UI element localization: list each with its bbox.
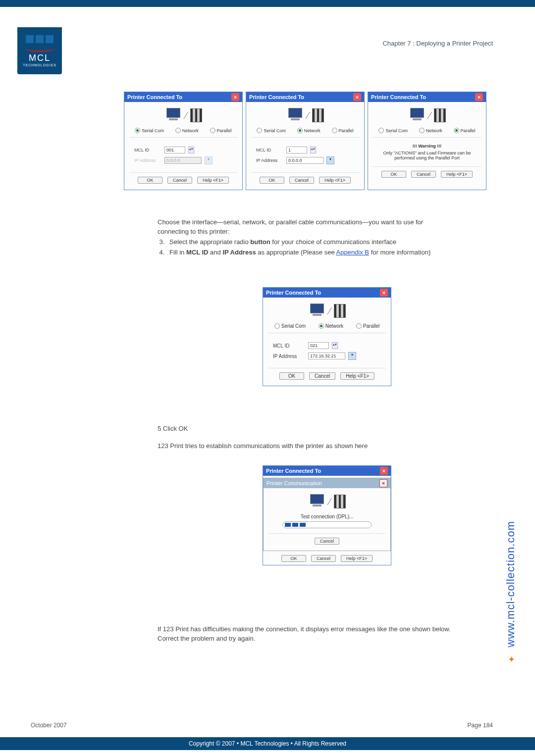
slash-icon: ⁄ <box>329 305 330 317</box>
help-button[interactable]: Help <F1> <box>441 171 473 178</box>
ip-input[interactable]: 172.16.32.21 <box>308 353 345 359</box>
mcl-id-input[interactable]: 001 <box>164 147 185 153</box>
radio-network[interactable] <box>419 128 425 133</box>
printer-icon <box>190 108 202 122</box>
mcl-id-input[interactable]: 1 <box>286 147 307 153</box>
radio-serial[interactable] <box>378 128 384 133</box>
close-icon[interactable]: × <box>380 467 388 475</box>
help-button[interactable]: Help <F1> <box>340 372 374 380</box>
close-icon[interactable]: × <box>353 93 361 101</box>
step-5: 5 Click OK <box>158 425 188 432</box>
radio-serial[interactable] <box>274 323 280 329</box>
test-connection-text: Test connection (DPL)... <box>268 514 385 519</box>
dialog-communication: Printer Connected To× Printer Communicat… <box>263 465 391 565</box>
help-button[interactable]: Help <F1> <box>341 555 373 562</box>
mcl-id-label: MCL ID <box>134 148 161 152</box>
radio-parallel[interactable] <box>356 323 362 329</box>
step-4: Fill in MCL ID and IP Address as appropr… <box>166 248 435 257</box>
ok-button[interactable]: OK <box>279 372 304 380</box>
radio-parallel[interactable] <box>210 128 215 133</box>
dialog-title: Printer Connected To <box>371 94 426 100</box>
inner-dialog-title: Printer Communication <box>267 480 322 486</box>
dialog-parallel: Printer Connected To× ⁄ Serial Com Netwo… <box>368 92 486 190</box>
side-bullet-icon: ✦ <box>508 654 515 665</box>
ok-button[interactable]: OK <box>381 171 406 178</box>
dialog-title: Printer Connected To <box>127 94 182 100</box>
dialog-triple-row: Printer Connected To× ⁄ Serial Com Netwo… <box>124 92 486 190</box>
spinner-icon[interactable]: ▴▾ <box>310 147 316 153</box>
slash-icon: ⁄ <box>185 110 187 121</box>
dialog-title: Printer Connected To <box>266 468 321 474</box>
dialog-serial: Printer Connected To× ⁄ Serial Com Netwo… <box>124 92 243 190</box>
paragraph-error: If 123 Print has difficulties making the… <box>158 625 455 644</box>
close-icon[interactable]: × <box>231 93 239 101</box>
cancel-button[interactable]: Cancel <box>167 177 192 184</box>
appendix-link[interactable]: Appendix B <box>336 249 370 256</box>
instruction-text: Choose the interface—serial, network, or… <box>158 218 435 258</box>
footer-page: Page 184 <box>468 722 493 729</box>
logo-subtext: TECHNOLOGIES <box>23 63 56 67</box>
radio-network[interactable] <box>297 128 303 133</box>
slash-icon: ⁄ <box>429 110 430 121</box>
printer-icon <box>434 108 446 122</box>
ip-label: IP Address <box>273 353 305 359</box>
mcl-id-label: MCL ID <box>256 148 283 152</box>
dropdown-icon: ▾ <box>205 156 213 164</box>
monitor-icon <box>308 494 326 509</box>
mcl-id-input[interactable]: 021 <box>308 342 329 349</box>
radio-parallel[interactable] <box>454 128 459 133</box>
paragraph-comm: 123 Print tries to establish communicati… <box>158 442 435 451</box>
dialog-network: Printer Connected To× ⁄ Serial Com Netwo… <box>246 92 365 190</box>
top-bar <box>0 0 535 7</box>
dialog-title: Printer Connected To <box>249 94 304 100</box>
radio-serial[interactable] <box>257 128 262 133</box>
help-button[interactable]: Help <F1> <box>319 177 351 184</box>
ok-button[interactable]: OK <box>281 555 306 562</box>
cancel-button[interactable]: Cancel <box>311 555 336 562</box>
warning-title: !!! Warning !!! <box>376 144 478 149</box>
ok-button[interactable]: OK <box>260 177 284 184</box>
side-url: www.mcl-collection.com <box>504 521 517 648</box>
step-3: Select the appropriate radio button for … <box>166 238 435 247</box>
printer-icon <box>334 495 346 508</box>
monitor-icon <box>286 108 304 123</box>
ip-input: 0.0.0.0 <box>164 157 202 164</box>
ip-label: IP Address <box>256 158 283 163</box>
printer-icon <box>312 108 324 122</box>
monitor-icon <box>408 108 426 123</box>
printer-icon <box>334 304 346 318</box>
close-icon[interactable]: × <box>475 93 483 101</box>
progress-bar <box>282 521 372 528</box>
cancel-button[interactable]: Cancel <box>289 177 314 184</box>
cancel-button[interactable]: Cancel <box>309 372 335 380</box>
slash-icon: ⁄ <box>307 110 309 121</box>
chapter-title: Chapter 7 : Deploying a Printer Project <box>382 40 493 47</box>
radio-parallel[interactable] <box>332 128 337 133</box>
slash-icon: ⁄ <box>329 496 330 507</box>
mcl-id-label: MCL ID <box>273 343 305 349</box>
monitor-icon <box>164 108 182 123</box>
help-button[interactable]: Help <F1> <box>197 177 229 184</box>
brand-logo: MCL TECHNOLOGIES <box>17 27 62 74</box>
warning-text: Only "ACTIONS" and Load Firmware can be … <box>376 151 478 160</box>
radio-network[interactable] <box>319 323 324 329</box>
footer-copyright: Copyright © 2007 • MCL Technologies • Al… <box>0 737 535 750</box>
close-icon[interactable]: × <box>380 289 388 297</box>
radio-serial[interactable] <box>135 128 140 133</box>
dropdown-icon[interactable]: ▾ <box>348 352 356 360</box>
ip-input[interactable]: 0.0.0.0 <box>286 157 323 164</box>
dropdown-icon[interactable]: ▾ <box>326 156 334 164</box>
monitor-icon <box>308 303 326 318</box>
ip-label: IP Address <box>134 158 161 163</box>
dialog-title: Printer Connected To <box>266 290 321 296</box>
spinner-icon[interactable]: ▴▾ <box>188 147 194 153</box>
cancel-button[interactable]: Cancel <box>315 538 339 545</box>
footer-date: October 2007 <box>31 722 67 729</box>
ok-button[interactable]: OK <box>138 177 162 184</box>
spinner-icon[interactable]: ▴▾ <box>332 342 338 349</box>
cancel-button[interactable]: Cancel <box>411 171 436 178</box>
logo-text: MCL <box>29 53 51 63</box>
dialog-network-filled: Printer Connected To× ⁄ Serial Com Netwo… <box>263 287 391 386</box>
close-icon[interactable]: × <box>379 479 387 487</box>
radio-network[interactable] <box>175 128 181 133</box>
